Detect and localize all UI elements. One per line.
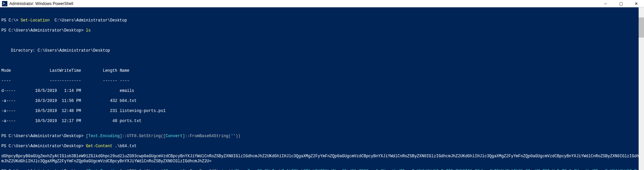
- close-button[interactable]: ✕: [629, 0, 644, 7]
- col-header: Mode LastWriteTime Length Name: [1, 68, 643, 73]
- cmd-arg: .\b64.txt: [112, 144, 137, 149]
- type-ref: Convert: [166, 134, 182, 138]
- cmd-set-location: Set-Location: [21, 18, 50, 23]
- prompt: PS C:\>: [1, 18, 21, 23]
- scrollbar[interactable]: [639, 7, 644, 170]
- cmd-ls: ls: [86, 28, 91, 33]
- window-controls: ─ ▢ ✕: [598, 0, 644, 7]
- prompt: PS C:\Users\Administrator\Desktop>: [1, 134, 86, 138]
- type-ref: Text.Encoding: [88, 134, 120, 138]
- table-row: -a---- 10/5/2019 12:48 PM 231 listening-…: [1, 109, 643, 114]
- table-row: d----- 10/5/2019 1:14 PM emails: [1, 89, 643, 94]
- title-bar: >_ Administrator: Windows PowerShell ─ ▢…: [0, 0, 644, 7]
- table-row: -a---- 10/5/2019 12:17 PM 48 ports.txt: [1, 119, 643, 124]
- b64-output: dGhpcyBpcyB0aGUgZmxhZyAtIGlob3BleW91ZGlk…: [1, 154, 643, 164]
- prompt: PS C:\Users\Administrator\Desktop>: [1, 144, 86, 149]
- col-underline: ---- ------------- ------ ----: [1, 78, 643, 83]
- cmd-arg: C:\Users\Administrator\Desktop: [50, 18, 127, 23]
- string-literal: '': [231, 134, 235, 138]
- scroll-thumb[interactable]: [639, 17, 644, 38]
- cmd-get-content: Get-Content: [86, 144, 112, 149]
- maximize-button[interactable]: ▢: [613, 0, 629, 7]
- table-row: -a---- 10/3/2019 11:56 PM 432 b64.txt: [1, 99, 643, 104]
- prompt: PS C:\Users\Administrator\Desktop>: [1, 28, 86, 33]
- minimize-button[interactable]: ─: [598, 0, 613, 7]
- powershell-icon: >_: [2, 1, 7, 6]
- console-area[interactable]: PS C:\> Set-Location C:\Users\Administra…: [0, 7, 644, 170]
- dir-header: Directory: C:\Users\Administrator\Deskto…: [1, 48, 643, 53]
- window-title: Administrator: Windows PowerShell: [9, 1, 73, 6]
